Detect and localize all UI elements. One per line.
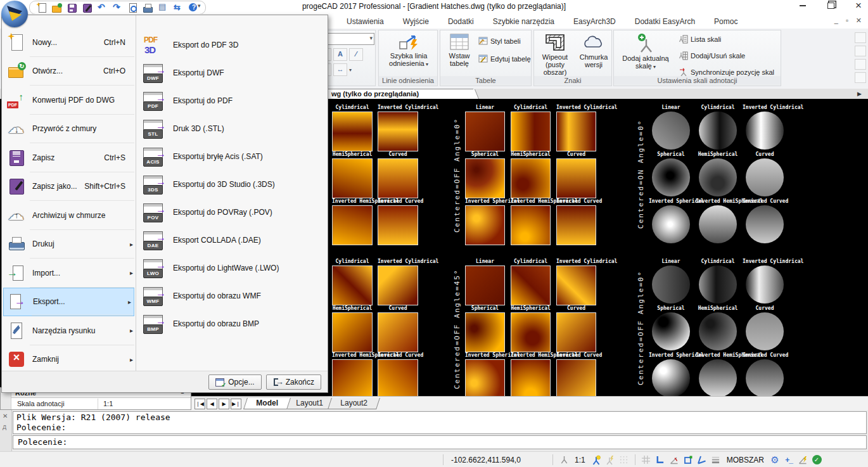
hatch-swatch xyxy=(511,158,551,198)
last-tab-icon[interactable]: ▶❘ xyxy=(231,399,241,409)
export-submenu-item[interactable]: → STL Druk 3D (.STL) xyxy=(136,115,328,143)
hatch-swatch xyxy=(511,312,551,352)
table-edit-button[interactable]: Edytuj tabelę xyxy=(478,54,531,63)
tab-scroll-right-icon[interactable]: ▶ xyxy=(857,91,862,97)
export-submenu-item[interactable]: → POV Eksportuj do POVRay (.POV) xyxy=(136,198,328,226)
wipeout-button[interactable]: Wipeout (pusty obszar) xyxy=(535,33,575,76)
pin-icon[interactable]: Д xyxy=(3,424,6,430)
hatch-group-label: Centered=OFF Angle=45° xyxy=(453,259,461,399)
annotation-visibility-icon[interactable] xyxy=(589,454,603,466)
layout-tab[interactable]: Layout2 xyxy=(328,398,380,409)
minimize-button[interactable] xyxy=(797,0,808,11)
doc-restore-icon[interactable]: ▫ xyxy=(846,16,848,25)
status-ok-icon[interactable]: ✓ xyxy=(810,454,824,466)
close-icon[interactable]: ✕ xyxy=(3,413,8,419)
quick-leader-button[interactable]: Szybka linia odniesienia ▾ xyxy=(383,33,435,68)
ribbon-tab[interactable]: Szybkie narzędzia xyxy=(483,16,564,27)
settings-gear-icon[interactable]: ⚙ xyxy=(768,454,782,466)
add-current-scale-button[interactable]: Dodaj aktualną skalę ▾ xyxy=(618,33,673,71)
file-menu-item[interactable]: Nowy... Ctrl+N ▸ xyxy=(2,28,136,57)
mode-toggle[interactable]: MOBSZAR xyxy=(723,456,768,464)
file-menu-item[interactable]: Drukuj ▸ xyxy=(2,230,136,259)
quick-input-icon[interactable]: +_ xyxy=(782,454,796,466)
annotation-scale-value[interactable]: 1:1 xyxy=(571,456,589,464)
coordinates-readout[interactable]: -102.6622,411.594,0 xyxy=(447,456,549,464)
export-submenu-item[interactable]: → WMF Eksportuj do obrazu WMF xyxy=(136,282,328,310)
add-remove-scales-button[interactable]: Dodaj/Usuń skale xyxy=(679,51,745,60)
ribbon-mini-button[interactable] xyxy=(855,59,866,70)
hatch-tile-label: HemiSpherical xyxy=(332,305,373,312)
export-submenu-item[interactable]: → ACIS Eksportuj bryłę Acis (.SAT) xyxy=(136,143,328,170)
file-menu-item[interactable]: Zapisz jako... Shift+Ctrl+S ▸ xyxy=(2,172,136,202)
file-menu-item[interactable]: Otwórz... Ctrl+O ▸ xyxy=(2,57,136,86)
export-submenu-item[interactable]: → DWF Eksportuj DWF xyxy=(136,59,328,87)
scale-list-button[interactable]: Lista skali xyxy=(679,35,721,44)
file-menu-item[interactable]: Zamknij ▸ xyxy=(2,345,136,374)
revision-cloud-button[interactable]: Chmurka wersji xyxy=(576,33,611,68)
first-tab-icon[interactable]: ❘◀ xyxy=(195,399,205,409)
export-submenu-item[interactable]: → PDF 3D Eksport do PDF 3D xyxy=(136,31,328,59)
polar-tracking-icon[interactable] xyxy=(667,454,681,466)
dynamic-input-icon[interactable] xyxy=(796,454,810,466)
prev-tab-icon[interactable]: ◀ xyxy=(207,399,217,409)
hatch-tile-label: Inverted Curved xyxy=(743,198,787,205)
command-input[interactable]: Polecenie: xyxy=(13,435,867,449)
menu-item-label: Eksportuj do 3D Studio (.3DS) xyxy=(173,180,275,189)
command-history[interactable]: Plik Wersja: R21 (2007) release Poleceni… xyxy=(13,411,867,434)
ribbon-tab[interactable]: EasyArch3D xyxy=(564,16,625,27)
hatch-group-bot-mid: Centered=OFF Angle=45°LinearCylindricalI… xyxy=(465,259,596,399)
hatch-tile-label: Curved xyxy=(378,305,418,312)
file-menu-item[interactable]: Przywróć z chmury ▸ xyxy=(2,115,136,144)
ribbon-tab[interactable]: Wyjście xyxy=(393,16,438,27)
close-button[interactable] xyxy=(853,0,864,11)
hatch-swatch xyxy=(652,265,690,304)
dim-tool-icon[interactable]: ⁄ xyxy=(349,48,363,61)
dim-tool-icon[interactable]: ↔ xyxy=(333,63,347,76)
ortho-icon[interactable] xyxy=(653,454,667,466)
progecad-logo[interactable] xyxy=(1,1,28,27)
grid-icon[interactable] xyxy=(639,454,653,466)
sync-scale-positions-button[interactable]: Synchronizuje pozycję skal xyxy=(679,68,774,77)
next-tab-icon[interactable]: ▶ xyxy=(219,399,229,409)
file-menu: Nowy... Ctrl+N ▸ Otwórz... Ctrl+O ▸ Konw xyxy=(1,15,328,393)
doc-close-icon[interactable]: ✕ xyxy=(856,16,862,25)
file-menu-item[interactable]: Narzędzia rysunku ▸ xyxy=(2,316,136,345)
ribbon-tab[interactable]: Ustawienia xyxy=(337,16,393,27)
export-submenu-item[interactable]: → PDF Eksportuj do PDF xyxy=(136,87,328,115)
options-button[interactable]: Opcje... xyxy=(208,374,261,390)
file-menu-item[interactable]: Archiwizuj w chmurze ▸ xyxy=(2,201,136,230)
table-style-button[interactable]: Styl tabeli xyxy=(478,37,521,45)
entity-track-icon[interactable] xyxy=(695,454,709,466)
ribbon-mini-button[interactable] xyxy=(855,46,866,56)
annotation-scale-icon[interactable] xyxy=(557,454,571,466)
button-label: Szybka linia odniesienia xyxy=(389,52,427,67)
exit-button[interactable]: Zakończ xyxy=(266,374,321,390)
hatch-group-label: Centered=ON Angle=0° xyxy=(637,105,645,243)
export-submenu-item[interactable]: → LWO Eksportuj do LightWave (.LWO) xyxy=(136,254,328,282)
file-menu-item[interactable]: Zapisz Ctrl+S ▸ xyxy=(2,143,136,172)
dim-tool-icon[interactable]: A xyxy=(333,48,347,61)
insert-table-button[interactable]: Wstaw tabelę xyxy=(443,33,476,67)
format-badge: DWF xyxy=(143,74,163,83)
ribbon-mini-button[interactable] xyxy=(855,72,866,83)
ribbon-tab[interactable]: Pomoc xyxy=(705,16,747,27)
property-value[interactable]: 1:1 xyxy=(98,399,113,409)
export-submenu-item[interactable]: → DAE Eksport COLLADA (.DAE) xyxy=(136,226,328,254)
export-submenu-item[interactable]: → BMP Eksportuj do obrazu BMP xyxy=(136,310,328,338)
entity-snap-icon[interactable] xyxy=(681,454,695,466)
ribbon-tab[interactable]: Dodatki xyxy=(438,16,483,27)
file-menu-item[interactable]: Konwertuj PDF do DWG ▸ xyxy=(2,86,136,115)
export-submenu-item[interactable]: → 3DS Eksportuj do 3D Studio (.3DS) xyxy=(136,170,328,198)
pdf3d-3d-text: 3D xyxy=(144,44,155,55)
lineweight-icon[interactable] xyxy=(709,454,723,466)
annotation-autoscale-icon[interactable] xyxy=(603,454,617,466)
ribbon-tab[interactable]: Dodatki EasyArch xyxy=(625,16,705,27)
layout-tab[interactable]: Model xyxy=(243,398,291,409)
ribbon-mini-button[interactable] xyxy=(855,32,866,43)
snap-icon[interactable] xyxy=(617,454,631,466)
file-menu-item[interactable]: Import... ▸ xyxy=(2,259,136,288)
file-menu-item[interactable]: Eksport... ▸ xyxy=(3,288,134,317)
doc-minimize-icon[interactable]: _ xyxy=(834,16,838,25)
qat-overflow-icon[interactable]: ▾ xyxy=(198,3,201,9)
restore-button[interactable] xyxy=(825,0,836,11)
